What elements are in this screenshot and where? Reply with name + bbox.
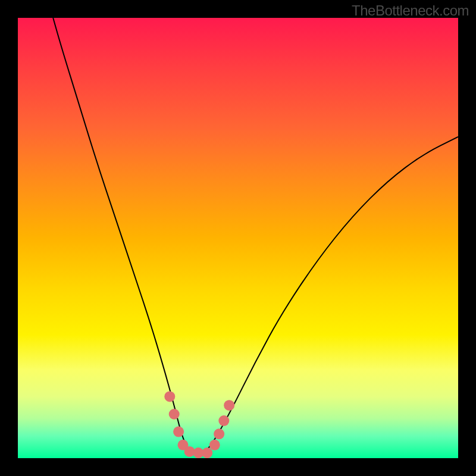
- bottleneck-curve: [53, 18, 458, 454]
- valley-marker: [164, 391, 175, 402]
- chart-plot-area: [18, 18, 458, 458]
- valley-marker: [209, 440, 220, 450]
- valley-marker: [173, 427, 184, 437]
- valley-marker: [224, 400, 234, 411]
- watermark-text: TheBottleneck.com: [352, 2, 469, 19]
- valley-markers: [164, 391, 234, 458]
- valley-marker: [214, 428, 224, 439]
- valley-marker: [218, 415, 229, 426]
- bottleneck-curve-svg: [18, 18, 458, 458]
- valley-marker: [202, 447, 212, 458]
- valley-marker: [169, 409, 180, 419]
